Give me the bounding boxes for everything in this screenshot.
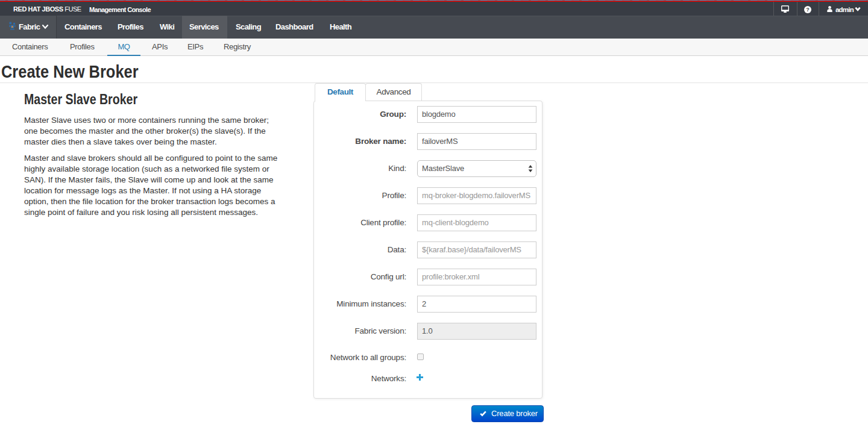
svg-text:?: ? <box>806 7 810 13</box>
